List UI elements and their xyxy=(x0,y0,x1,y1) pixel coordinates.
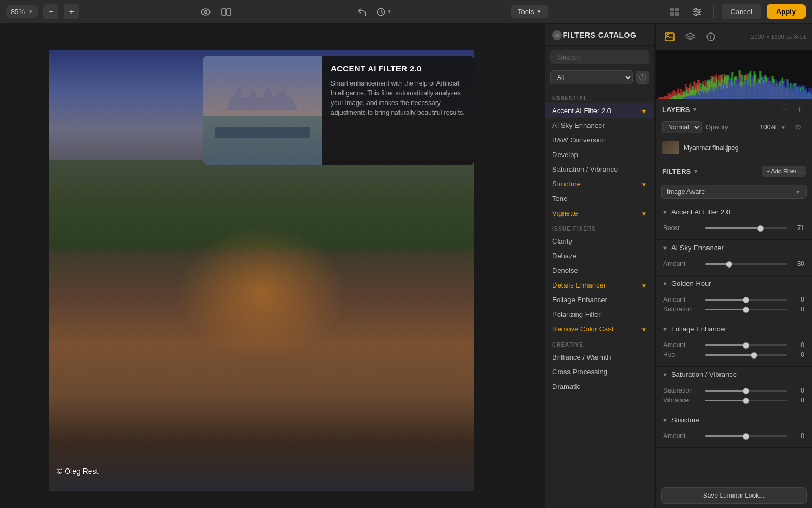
image-aware-label: Image Aware xyxy=(667,188,705,196)
filter-item-label: Develop xyxy=(552,151,578,159)
slider-track[interactable] xyxy=(705,299,787,301)
preview-description: Smart enhancement with the help of Artif… xyxy=(331,79,465,118)
filter-item[interactable]: Polarizing Filter xyxy=(545,307,654,322)
slider-track[interactable] xyxy=(705,400,787,401)
applied-filter-chevron-icon: ▼ xyxy=(662,245,668,251)
filter-item[interactable]: Dramatic xyxy=(545,379,654,394)
filters-close-button[interactable]: ✕ xyxy=(552,30,562,40)
filter-item[interactable]: Vignette★ xyxy=(545,206,654,220)
filter-item[interactable]: Clarity xyxy=(545,234,654,249)
filter-item[interactable]: Foliage Enhancer xyxy=(545,292,654,307)
slider-track[interactable] xyxy=(705,263,787,265)
tools-label: Tools xyxy=(518,8,534,16)
histogram xyxy=(656,50,812,99)
filter-item[interactable]: Develop xyxy=(545,147,654,162)
grid-button[interactable] xyxy=(666,3,683,21)
filter-item[interactable]: B&W Conversion xyxy=(545,133,654,147)
undo-button[interactable] xyxy=(353,3,370,21)
slider-track[interactable] xyxy=(705,390,787,392)
cancel-button[interactable]: Cancel xyxy=(722,4,761,19)
filter-item[interactable]: Remove Color Cast★ xyxy=(545,322,654,336)
image-icon-button[interactable] xyxy=(662,29,677,44)
slider-track[interactable] xyxy=(705,435,787,437)
filter-item[interactable]: Denoise xyxy=(545,263,654,278)
star-icon: ★ xyxy=(641,180,647,188)
layout-button[interactable] xyxy=(218,3,235,21)
slider-fill xyxy=(705,390,746,392)
slider-value: 0 xyxy=(791,351,804,359)
applied-filter-header[interactable]: ▼Accent AI Filter 2.0 xyxy=(656,204,812,220)
filter-item[interactable]: Cross Processing xyxy=(545,364,654,379)
info-icon-button[interactable] xyxy=(703,29,718,44)
search-input[interactable] xyxy=(558,53,649,61)
apply-button[interactable]: Apply xyxy=(767,4,806,19)
slider-track[interactable] xyxy=(705,354,787,356)
slider-fill xyxy=(705,400,746,401)
filter-item[interactable]: Dehaze xyxy=(545,249,654,263)
applied-filter-name: Structure xyxy=(671,416,806,424)
star-icon: ★ xyxy=(641,210,647,217)
preview-content: ACCENT AI FILTER 2.0 Smart enhancement w… xyxy=(322,56,474,165)
slider-label: Saturation xyxy=(663,305,701,313)
filter-item[interactable]: Accent AI Filter 2.0★ xyxy=(545,103,654,118)
history-button[interactable]: ▼ xyxy=(376,3,393,21)
tools-button[interactable]: Tools ▼ xyxy=(511,5,548,18)
applied-filter-header[interactable]: ▼Saturation / Vibrance xyxy=(656,367,812,382)
layers-plus-button[interactable]: + xyxy=(794,103,806,115)
filter-item[interactable]: Structure★ xyxy=(545,177,654,191)
layers-section: LAYERS ▼ − + Normal Opacity: 100% ▼ ⚙ xyxy=(656,99,812,161)
filters-dropdown-row: All ⓘ xyxy=(550,70,649,84)
svg-point-20 xyxy=(710,35,711,36)
filters-category-select[interactable]: All xyxy=(550,70,633,84)
zoom-out-button[interactable]: − xyxy=(43,4,58,19)
filter-section-creative: CREATIVE xyxy=(545,336,654,350)
right-panel: 2000 × 1600 px 8-bit LAYERS ▼ − + Normal xyxy=(655,24,812,508)
slider-track[interactable] xyxy=(705,227,787,229)
canvas-area[interactable]: ACCENT AI FILTER 2.0 Smart enhancement w… xyxy=(0,24,544,508)
add-filter-button[interactable]: + Add Filter... xyxy=(762,166,806,177)
slider-fill xyxy=(705,309,746,310)
save-luminar-button[interactable]: Save Luminar Look... xyxy=(661,487,807,504)
applied-filter-body: Amount0Saturation0 xyxy=(656,291,812,321)
filter-item-label: B&W Conversion xyxy=(552,136,606,144)
layer-thumbnail xyxy=(662,141,679,154)
applied-filter-header[interactable]: ▼Foliage Enhancer xyxy=(656,321,812,337)
filter-section-issue-fixers: ISSUE FIXERS xyxy=(545,220,654,234)
filter-item[interactable]: Saturation / Vibrance xyxy=(545,162,654,177)
filter-item[interactable]: AI Sky Enhancer xyxy=(545,118,654,133)
applied-filter: ▼Foliage EnhancerAmount0Hue0 xyxy=(656,321,812,367)
blend-mode-select[interactable]: Normal xyxy=(662,121,702,133)
applied-filter-header[interactable]: ▼Structure xyxy=(656,412,812,428)
zoom-in-button[interactable]: + xyxy=(64,4,79,19)
filter-item[interactable]: Brilliance / Warmth xyxy=(545,350,654,364)
slider-track[interactable] xyxy=(705,309,787,310)
sliders-button[interactable] xyxy=(689,3,706,21)
layer-item[interactable]: Myanmar final.jpeg xyxy=(662,139,806,157)
filter-item[interactable]: Details Enhancer★ xyxy=(545,278,654,292)
applied-filter-header[interactable]: ▼Golden Hour xyxy=(656,276,812,291)
filters-info-button[interactable]: ⓘ xyxy=(636,71,649,84)
slider-fill xyxy=(705,344,746,346)
slider-value: 0 xyxy=(791,387,804,394)
layer-settings-button[interactable]: ⚙ xyxy=(790,120,806,135)
slider-track[interactable] xyxy=(705,344,787,346)
image-aware-dropdown[interactable]: Image Aware ▼ xyxy=(661,185,807,199)
eye-button[interactable] xyxy=(197,3,214,21)
filter-item[interactable]: Tone xyxy=(545,191,654,206)
applied-filter: ▼Golden HourAmount0Saturation0 xyxy=(656,276,812,321)
opacity-value: 100% xyxy=(759,123,776,131)
filters-search-bar[interactable] xyxy=(550,50,649,64)
zoom-control[interactable]: 85% ▼ xyxy=(6,5,38,18)
layers-icon-button[interactable] xyxy=(683,29,698,44)
slider-label: Amount xyxy=(663,432,701,440)
applied-filter-body: Amount30 xyxy=(656,256,812,275)
filter-item-label: Polarizing Filter xyxy=(552,310,601,318)
layers-minus-button[interactable]: − xyxy=(778,103,790,115)
slider-label: Vibrance xyxy=(663,396,701,404)
slider-label: Boost xyxy=(663,224,701,232)
svg-rect-5 xyxy=(675,8,679,11)
star-icon: ★ xyxy=(641,107,647,115)
applied-filter-header[interactable]: ▼AI Sky Enhancer xyxy=(656,240,812,256)
view-controls xyxy=(197,3,235,21)
layers-chevron-icon: ▼ xyxy=(692,107,698,113)
